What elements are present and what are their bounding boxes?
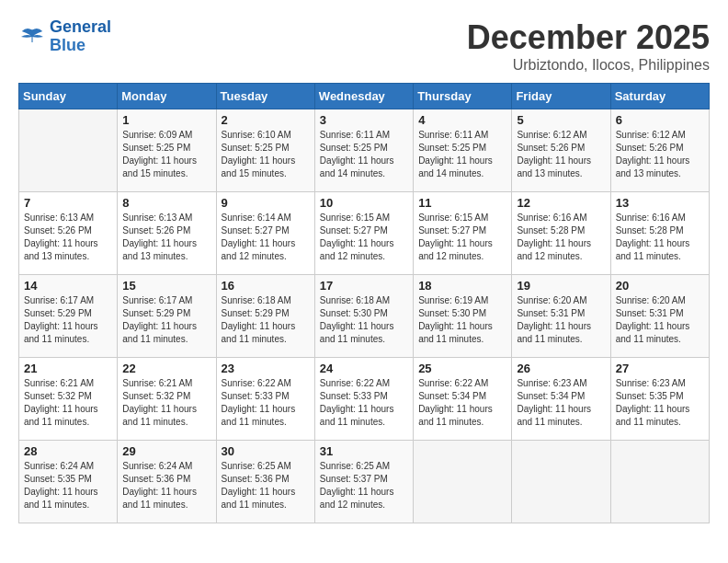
day-info: Sunrise: 6:09 AM Sunset: 5:25 PM Dayligh… [122,129,210,180]
day-number: 1 [122,113,210,127]
day-number: 14 [24,279,112,293]
calendar-cell: 1Sunrise: 6:09 AM Sunset: 5:25 PM Daylig… [118,109,216,192]
calendar-cell: 5Sunrise: 6:12 AM Sunset: 5:26 PM Daylig… [512,109,610,192]
calendar-cell: 11Sunrise: 6:15 AM Sunset: 5:27 PM Dayli… [414,192,512,275]
calendar-cell: 14Sunrise: 6:17 AM Sunset: 5:29 PM Dayli… [19,275,118,358]
calendar-cell: 19Sunrise: 6:20 AM Sunset: 5:31 PM Dayli… [512,275,610,358]
calendar-cell: 2Sunrise: 6:10 AM Sunset: 5:25 PM Daylig… [216,109,314,192]
calendar-cell: 30Sunrise: 6:25 AM Sunset: 5:36 PM Dayli… [216,441,314,523]
location-subtitle: Urbiztondo, Ilocos, Philippines [467,57,710,74]
day-info: Sunrise: 6:15 AM Sunset: 5:27 PM Dayligh… [320,212,408,263]
month-title: December 2025 [467,18,710,57]
calendar-cell: 29Sunrise: 6:24 AM Sunset: 5:36 PM Dayli… [118,441,216,523]
weekday-header: Tuesday [216,84,314,109]
calendar-cell: 7Sunrise: 6:13 AM Sunset: 5:26 PM Daylig… [19,192,118,275]
calendar-cell [512,441,610,523]
day-number: 20 [616,279,704,293]
calendar-cell: 26Sunrise: 6:23 AM Sunset: 5:34 PM Dayli… [512,358,610,441]
day-info: Sunrise: 6:22 AM Sunset: 5:34 PM Dayligh… [418,377,506,429]
calendar-cell [19,109,118,192]
calendar-cell: 27Sunrise: 6:23 AM Sunset: 5:35 PM Dayli… [610,358,709,441]
day-number: 16 [222,279,310,293]
logo-icon [18,23,46,51]
day-number: 5 [517,113,605,127]
day-info: Sunrise: 6:22 AM Sunset: 5:33 PM Dayligh… [320,377,408,429]
calendar-cell: 23Sunrise: 6:22 AM Sunset: 5:33 PM Dayli… [216,358,314,441]
day-info: Sunrise: 6:15 AM Sunset: 5:27 PM Dayligh… [418,212,506,263]
weekday-header: Friday [512,84,610,109]
calendar-cell: 9Sunrise: 6:14 AM Sunset: 5:27 PM Daylig… [216,192,314,275]
day-info: Sunrise: 6:25 AM Sunset: 5:37 PM Dayligh… [320,460,408,511]
weekday-header: Wednesday [314,84,413,109]
day-info: Sunrise: 6:10 AM Sunset: 5:25 PM Dayligh… [222,129,310,180]
calendar-cell: 31Sunrise: 6:25 AM Sunset: 5:37 PM Dayli… [314,441,413,523]
day-info: Sunrise: 6:13 AM Sunset: 5:26 PM Dayligh… [24,212,112,263]
day-number: 6 [616,113,704,127]
day-number: 8 [122,196,210,210]
day-number: 13 [616,196,704,210]
day-info: Sunrise: 6:23 AM Sunset: 5:35 PM Dayligh… [616,377,704,429]
calendar-table: SundayMondayTuesdayWednesdayThursdayFrid… [18,83,710,523]
day-number: 18 [418,279,506,293]
day-number: 25 [418,362,506,375]
weekday-header: Monday [118,84,216,109]
day-info: Sunrise: 6:24 AM Sunset: 5:36 PM Dayligh… [122,460,210,511]
day-number: 3 [320,113,408,127]
calendar-cell [414,441,512,523]
day-info: Sunrise: 6:19 AM Sunset: 5:30 PM Dayligh… [418,294,506,346]
weekday-header: Sunday [19,84,118,109]
logo-text: General Blue [50,18,111,55]
day-info: Sunrise: 6:18 AM Sunset: 5:29 PM Dayligh… [222,294,310,346]
calendar-cell: 10Sunrise: 6:15 AM Sunset: 5:27 PM Dayli… [314,192,413,275]
day-number: 2 [222,113,310,127]
calendar-cell: 17Sunrise: 6:18 AM Sunset: 5:30 PM Dayli… [314,275,413,358]
calendar-week-row: 28Sunrise: 6:24 AM Sunset: 5:35 PM Dayli… [19,441,710,523]
calendar-cell: 21Sunrise: 6:21 AM Sunset: 5:32 PM Dayli… [19,358,118,441]
day-info: Sunrise: 6:16 AM Sunset: 5:28 PM Dayligh… [517,212,605,263]
day-number: 7 [24,196,112,210]
day-info: Sunrise: 6:11 AM Sunset: 5:25 PM Dayligh… [418,129,506,180]
day-number: 12 [517,196,605,210]
day-number: 24 [320,362,408,375]
day-info: Sunrise: 6:11 AM Sunset: 5:25 PM Dayligh… [320,129,408,180]
day-number: 15 [122,279,210,293]
calendar-cell: 22Sunrise: 6:21 AM Sunset: 5:32 PM Dayli… [118,358,216,441]
day-number: 21 [24,362,112,375]
day-number: 10 [320,196,408,210]
calendar-body: 1Sunrise: 6:09 AM Sunset: 5:25 PM Daylig… [19,109,710,523]
calendar-cell: 8Sunrise: 6:13 AM Sunset: 5:26 PM Daylig… [118,192,216,275]
day-info: Sunrise: 6:20 AM Sunset: 5:31 PM Dayligh… [616,294,704,346]
day-info: Sunrise: 6:23 AM Sunset: 5:34 PM Dayligh… [517,377,605,429]
calendar-week-row: 1Sunrise: 6:09 AM Sunset: 5:25 PM Daylig… [19,109,710,192]
day-info: Sunrise: 6:22 AM Sunset: 5:33 PM Dayligh… [222,377,310,429]
calendar-cell: 24Sunrise: 6:22 AM Sunset: 5:33 PM Dayli… [314,358,413,441]
day-number: 9 [222,196,310,210]
weekday-header: Thursday [414,84,512,109]
day-info: Sunrise: 6:24 AM Sunset: 5:35 PM Dayligh… [24,460,112,511]
day-number: 22 [122,362,210,375]
day-info: Sunrise: 6:17 AM Sunset: 5:29 PM Dayligh… [122,294,210,346]
day-number: 11 [418,196,506,210]
day-info: Sunrise: 6:12 AM Sunset: 5:26 PM Dayligh… [616,129,704,180]
calendar-cell: 28Sunrise: 6:24 AM Sunset: 5:35 PM Dayli… [19,441,118,523]
day-info: Sunrise: 6:13 AM Sunset: 5:26 PM Dayligh… [122,212,210,263]
day-number: 26 [517,362,605,375]
day-number: 4 [418,113,506,127]
calendar-cell: 18Sunrise: 6:19 AM Sunset: 5:30 PM Dayli… [414,275,512,358]
calendar-cell: 3Sunrise: 6:11 AM Sunset: 5:25 PM Daylig… [314,109,413,192]
calendar-cell: 6Sunrise: 6:12 AM Sunset: 5:26 PM Daylig… [610,109,709,192]
day-number: 19 [517,279,605,293]
day-info: Sunrise: 6:25 AM Sunset: 5:36 PM Dayligh… [222,460,310,511]
day-number: 28 [24,444,112,458]
day-info: Sunrise: 6:20 AM Sunset: 5:31 PM Dayligh… [517,294,605,346]
day-info: Sunrise: 6:14 AM Sunset: 5:27 PM Dayligh… [222,212,310,263]
logo: General Blue [18,18,111,55]
title-block: December 2025 Urbiztondo, Ilocos, Philip… [467,18,710,74]
calendar-week-row: 21Sunrise: 6:21 AM Sunset: 5:32 PM Dayli… [19,358,710,441]
day-info: Sunrise: 6:17 AM Sunset: 5:29 PM Dayligh… [24,294,112,346]
day-number: 23 [222,362,310,375]
calendar-cell [610,441,709,523]
day-info: Sunrise: 6:21 AM Sunset: 5:32 PM Dayligh… [122,377,210,429]
calendar-week-row: 7Sunrise: 6:13 AM Sunset: 5:26 PM Daylig… [19,192,710,275]
day-number: 29 [122,444,210,458]
